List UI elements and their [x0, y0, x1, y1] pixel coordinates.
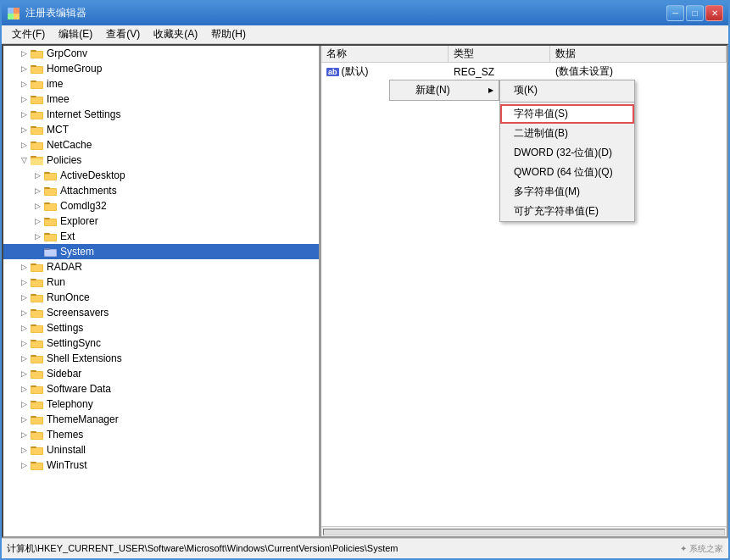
- tree-item-mct[interactable]: ▷ MCT: [3, 122, 319, 137]
- folder-icon: [31, 261, 44, 273]
- tree-item-policies[interactable]: ▽ Policies: [3, 152, 319, 168]
- svg-rect-81: [31, 431, 36, 433]
- tree-label: ThemeManager: [47, 413, 119, 425]
- horizontal-scrollbar[interactable]: [321, 526, 727, 536]
- svg-rect-52: [31, 280, 42, 286]
- tree-item-runonce[interactable]: ▷ RunOnce: [3, 290, 319, 305]
- ctx-item-multistring[interactable]: 多字符串值(M): [500, 182, 634, 202]
- svg-rect-17: [31, 111, 36, 113]
- svg-rect-40: [45, 219, 56, 225]
- svg-rect-11: [31, 80, 36, 82]
- tree-item-sidebar[interactable]: ▷ Sidebar: [3, 366, 319, 381]
- ctx-item-dword[interactable]: DWORD (32-位值)(D): [500, 143, 634, 163]
- tree-item-grpconv[interactable]: ▷ GrpConv: [3, 46, 319, 61]
- tree-item-internet-settings[interactable]: ▷ Internet Settings: [3, 107, 319, 122]
- svg-rect-69: [31, 370, 36, 372]
- tree-item-comdlg32[interactable]: ▷ Comdlg32: [3, 198, 319, 213]
- tree-item-wintrust[interactable]: ▷ WinTrust: [3, 457, 319, 473]
- tree-label: Sidebar: [47, 368, 81, 380]
- tree-item-run[interactable]: ▷ Run: [3, 274, 319, 290]
- window-title: 注册表编辑器: [25, 6, 666, 20]
- reg-data: (数值未设置): [552, 64, 725, 80]
- folder-icon: [31, 429, 44, 441]
- tree-item-netcache[interactable]: ▷ NetCache: [3, 137, 319, 152]
- svg-rect-20: [31, 126, 36, 128]
- app-icon: [7, 7, 20, 20]
- menu-view[interactable]: 查看(V): [99, 25, 147, 42]
- svg-rect-78: [31, 416, 36, 418]
- ctx-item-binary[interactable]: 二进制值(B): [500, 124, 634, 143]
- tree-item-homegroup[interactable]: ▷ HomeGroup: [3, 61, 319, 76]
- tree-item-shell-extensions[interactable]: ▷ Shell Extensions: [3, 351, 319, 366]
- tree-label: Attachments: [60, 185, 117, 197]
- tree-label: WinTrust: [47, 459, 87, 471]
- tree-item-settingsync[interactable]: ▷ SettingSync: [3, 335, 319, 351]
- registry-row[interactable]: ab (默认) REG_SZ (数值未设置): [323, 64, 725, 80]
- tree-item-ext[interactable]: ▷ Ext: [3, 229, 319, 244]
- svg-rect-58: [31, 311, 42, 317]
- minimize-button[interactable]: ─: [666, 5, 684, 21]
- tree-label: ActiveDesktop: [60, 169, 125, 181]
- watermark: ✦ 系统之家: [680, 543, 723, 555]
- svg-rect-79: [31, 418, 42, 424]
- tree-label: Telephony: [47, 398, 93, 410]
- tree-item-system[interactable]: System: [3, 244, 319, 259]
- ctx-item-string[interactable]: 字符串值(S): [500, 104, 634, 124]
- menu-file[interactable]: 文件(F): [5, 25, 52, 42]
- close-button[interactable]: ✕: [705, 5, 723, 21]
- tree-item-screensavers[interactable]: ▷ Screensavers: [3, 305, 319, 320]
- svg-rect-54: [31, 294, 36, 296]
- tree-label: Internet Settings: [47, 108, 120, 120]
- svg-rect-88: [31, 463, 42, 469]
- folder-icon: [44, 230, 58, 242]
- tree-item-explorer[interactable]: ▷ Explorer: [3, 213, 319, 229]
- svg-rect-46: [45, 250, 56, 256]
- status-path: 计算机\HKEY_CURRENT_USER\Software\Microsoft…: [7, 542, 398, 555]
- expand-arrow: ▷: [17, 125, 31, 134]
- folder-icon: [44, 215, 58, 227]
- tree-item-imee[interactable]: ▷ Imee: [3, 91, 319, 107]
- ctx-item-expandstring[interactable]: 可扩充字符串值(E): [500, 202, 634, 221]
- svg-rect-33: [44, 187, 50, 189]
- tree-label: HomeGroup: [47, 63, 102, 75]
- folder-icon: [44, 185, 58, 197]
- svg-rect-18: [31, 113, 42, 119]
- menu-help[interactable]: 帮助(H): [204, 25, 253, 42]
- tree-item-uninstall[interactable]: ▷ Uninstall: [3, 442, 319, 457]
- expand-arrow: ▷: [17, 400, 31, 408]
- tree-item-software-data[interactable]: ▷ Software Data: [3, 381, 319, 396]
- menu-favorites[interactable]: 收藏夹(A): [147, 25, 204, 42]
- svg-rect-2: [8, 14, 14, 19]
- tree-item-themes[interactable]: ▷ Themes: [3, 427, 319, 442]
- svg-rect-57: [31, 309, 36, 311]
- title-bar: 注册表编辑器 ─ □ ✕: [2, 2, 728, 25]
- svg-rect-24: [31, 143, 42, 149]
- tree-item-radar[interactable]: ▷ RADAR: [3, 259, 319, 274]
- expand-arrow: ▷: [17, 324, 31, 332]
- tree-label: RADAR: [47, 261, 82, 273]
- expand-arrow: ▷: [17, 110, 31, 119]
- tree-item-telephony[interactable]: ▷ Telephony: [3, 396, 319, 412]
- tree-label: Shell Extensions: [47, 352, 122, 364]
- ctx-item-project[interactable]: 项(K): [500, 80, 634, 100]
- svg-rect-42: [44, 233, 50, 235]
- folder-icon: [31, 413, 44, 425]
- tree-item-attachments[interactable]: ▷ Attachments: [3, 183, 319, 198]
- svg-rect-26: [31, 156, 36, 158]
- ab-badge: ab: [326, 68, 339, 76]
- tree-scroll[interactable]: ▷ GrpConv ▷ HomeGroup ▷: [3, 46, 319, 536]
- tree-label: SettingSync: [47, 337, 101, 349]
- tree-item-thememanager[interactable]: ▷ ThemeManager: [3, 412, 319, 427]
- ctx-item-qword[interactable]: QWORD (64 位值)(Q): [500, 163, 634, 182]
- tree-item-settings[interactable]: ▷ Settings: [3, 320, 319, 335]
- tree-item-ime[interactable]: ▷ ime: [3, 76, 319, 91]
- menu-edit[interactable]: 编辑(E): [52, 25, 99, 42]
- maximize-button[interactable]: □: [686, 5, 704, 21]
- new-menu-trigger[interactable]: 新建(N): [389, 80, 499, 101]
- folder-icon: [31, 368, 44, 380]
- tree-item-activedesktop[interactable]: ▷ ActiveDesktop: [3, 168, 319, 183]
- folder-icon: [31, 322, 44, 334]
- svg-rect-15: [31, 97, 42, 103]
- reg-type: REG_SZ: [450, 65, 552, 79]
- expand-arrow: ▷: [31, 202, 44, 210]
